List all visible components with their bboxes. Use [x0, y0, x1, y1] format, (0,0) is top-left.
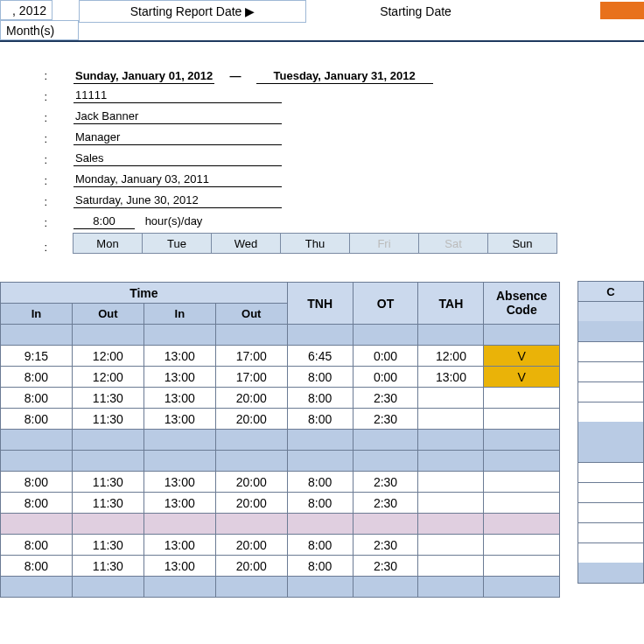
starting-report-date-cell[interactable]: Starting Report Date ▶ — [79, 0, 306, 23]
cell-tnh[interactable]: 8:00 — [287, 472, 353, 493]
cell-in1[interactable]: 8:00 — [1, 472, 73, 493]
cell-out2[interactable] — [215, 514, 287, 535]
cell-tnh[interactable]: 8:00 — [287, 556, 353, 577]
cell-in2[interactable]: 13:00 — [144, 472, 215, 493]
cell-in1[interactable] — [1, 514, 73, 535]
cell-tnh[interactable]: 6:45 — [287, 346, 353, 367]
cell-tnh[interactable]: 8:00 — [287, 535, 353, 556]
cell-ot[interactable] — [353, 325, 418, 346]
cell-in1[interactable] — [1, 577, 73, 598]
cell-out1[interactable]: 11:30 — [72, 556, 144, 577]
cell-in1[interactable]: 8:00 — [1, 493, 73, 514]
cell-tnh[interactable] — [287, 577, 353, 598]
cell-out2[interactable] — [215, 577, 287, 598]
table-row[interactable]: 8:0011:3013:0020:008:002:30 — [1, 556, 560, 577]
cell-out1[interactable] — [72, 577, 144, 598]
cell-out2[interactable] — [215, 451, 287, 472]
cell-out1[interactable]: 12:00 — [72, 367, 144, 388]
table-row[interactable]: 8:0011:3013:0020:008:002:30 — [1, 472, 560, 493]
table-row[interactable]: 8:0011:3013:0020:008:002:30 — [1, 388, 560, 409]
cell-abs[interactable] — [484, 409, 560, 430]
cell-abs[interactable] — [484, 535, 560, 556]
cell-tah[interactable] — [418, 430, 484, 451]
cell-out2[interactable]: 20:00 — [215, 535, 287, 556]
cell-out1[interactable] — [72, 325, 144, 346]
cell-abs[interactable] — [484, 514, 560, 535]
timesheet-table[interactable]: Time TNH OT TAH Absence Code In Out In O… — [0, 282, 560, 598]
cell-in2[interactable]: 13:00 — [144, 535, 215, 556]
cell-ot[interactable]: 2:30 — [353, 472, 418, 493]
cell-tnh[interactable]: 8:00 — [287, 409, 353, 430]
cell-in1[interactable] — [1, 451, 73, 472]
day-fri[interactable]: Fri — [349, 233, 419, 254]
cell-abs[interactable] — [484, 556, 560, 577]
cell-in1[interactable]: 9:15 — [1, 346, 73, 367]
cell-tah[interactable] — [418, 577, 484, 598]
cell-in1[interactable]: 8:00 — [1, 556, 73, 577]
cell-tah[interactable]: 13:00 — [418, 367, 484, 388]
cell-ot[interactable] — [353, 430, 418, 451]
cell-out2[interactable]: 17:00 — [215, 367, 287, 388]
cell-in1[interactable]: 8:00 — [1, 409, 73, 430]
day-sun[interactable]: Sun — [487, 233, 557, 254]
cell-out1[interactable]: 11:30 — [72, 535, 144, 556]
cell-tnh[interactable] — [287, 451, 353, 472]
day-thu[interactable]: Thu — [280, 233, 350, 254]
cell-ot[interactable]: 2:30 — [353, 409, 418, 430]
cell-out1[interactable]: 11:30 — [72, 388, 144, 409]
cell-tah[interactable] — [418, 409, 484, 430]
cell-in2[interactable]: 13:00 — [144, 409, 215, 430]
table-row[interactable] — [1, 577, 560, 598]
cell-ot[interactable] — [353, 577, 418, 598]
day-sat[interactable]: Sat — [418, 233, 488, 254]
cell-in2[interactable]: 13:00 — [144, 367, 215, 388]
cell-out1[interactable]: 11:30 — [72, 409, 144, 430]
cell-tah[interactable] — [418, 493, 484, 514]
table-row[interactable] — [1, 514, 560, 535]
day-wed[interactable]: Wed — [211, 233, 281, 254]
cell-in2[interactable] — [144, 577, 215, 598]
cell-abs[interactable] — [484, 430, 560, 451]
cell-in1[interactable] — [1, 430, 73, 451]
cell-in2[interactable] — [144, 514, 215, 535]
day-tue[interactable]: Tue — [142, 233, 212, 254]
cell-tnh[interactable] — [287, 430, 353, 451]
cell-abs[interactable]: V — [484, 346, 560, 367]
cell-in2[interactable]: 13:00 — [144, 556, 215, 577]
cell-out2[interactable]: 20:00 — [215, 493, 287, 514]
cell-tah[interactable]: 12:00 — [418, 346, 484, 367]
cell-tah[interactable] — [418, 535, 484, 556]
day-mon[interactable]: Mon — [73, 233, 143, 254]
cell-abs[interactable] — [484, 325, 560, 346]
cell-tnh[interactable]: 8:00 — [287, 493, 353, 514]
cell-out1[interactable] — [72, 514, 144, 535]
cell-in2[interactable]: 13:00 — [144, 493, 215, 514]
cell-abs[interactable] — [484, 493, 560, 514]
table-row[interactable]: 8:0011:3013:0020:008:002:30 — [1, 493, 560, 514]
cell-ot[interactable]: 0:00 — [353, 346, 418, 367]
cell-ot[interactable]: 2:30 — [353, 535, 418, 556]
cell-in1[interactable]: 8:00 — [1, 535, 73, 556]
cell-out2[interactable]: 17:00 — [215, 346, 287, 367]
cell-out2[interactable]: 20:00 — [215, 409, 287, 430]
cell-out2[interactable] — [215, 325, 287, 346]
table-row[interactable]: 8:0012:0013:0017:008:000:0013:00V — [1, 367, 560, 388]
cell-in2[interactable] — [144, 325, 215, 346]
table-row[interactable]: 9:1512:0013:0017:006:450:0012:00V — [1, 346, 560, 367]
cell-tnh[interactable] — [287, 325, 353, 346]
table-row[interactable] — [1, 451, 560, 472]
cell-out1[interactable]: 11:30 — [72, 493, 144, 514]
cell-in2[interactable]: 13:00 — [144, 346, 215, 367]
months-cell[interactable]: Month(s) — [0, 20, 79, 40]
cell-tah[interactable] — [418, 556, 484, 577]
cell-tah[interactable] — [418, 325, 484, 346]
table-row[interactable] — [1, 325, 560, 346]
cell-out2[interactable]: 20:00 — [215, 556, 287, 577]
date-fragment-cell[interactable]: , 2012 — [0, 0, 52, 20]
cell-ot[interactable]: 2:30 — [353, 493, 418, 514]
cell-out2[interactable]: 20:00 — [215, 472, 287, 493]
cell-in2[interactable] — [144, 430, 215, 451]
cell-abs[interactable] — [484, 577, 560, 598]
cell-abs[interactable] — [484, 451, 560, 472]
cell-in2[interactable] — [144, 451, 215, 472]
